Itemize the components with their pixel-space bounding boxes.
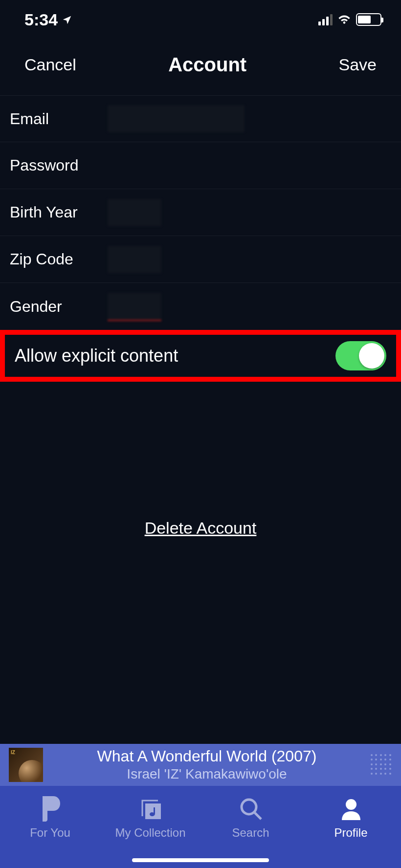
birth-year-row[interactable]: Birth Year (0, 189, 401, 236)
tab-bar: For You My Collection Search Profil (0, 786, 401, 868)
cellular-signal-icon (318, 14, 333, 25)
page-title: Account (168, 54, 246, 76)
track-info: What A Wonderful World (2007) Israel 'IZ… (53, 747, 361, 783)
location-icon (62, 10, 72, 29)
search-icon (239, 796, 263, 822)
tab-label: Profile (334, 826, 367, 840)
status-bar: 5:34 (0, 0, 401, 34)
email-label: Email (10, 110, 108, 128)
profile-icon (339, 796, 363, 822)
tab-profile[interactable]: Profile (301, 796, 401, 840)
battery-icon (356, 13, 381, 26)
tab-label: Search (232, 826, 269, 840)
tab-search[interactable]: Search (200, 796, 301, 840)
gender-label: Gender (10, 298, 108, 316)
status-time: 5:34 (24, 10, 58, 29)
explicit-content-label: Allow explicit content (15, 346, 178, 366)
wifi-icon (337, 13, 351, 26)
settings-list: Email Password Birth Year Zip Code Gende… (0, 95, 401, 382)
track-title: What A Wonderful World (2007) (53, 747, 361, 765)
svg-point-1 (242, 800, 256, 814)
svg-rect-0 (145, 803, 161, 819)
tab-label: My Collection (115, 826, 185, 840)
track-artist: Israel 'IZ' Kamakawiwo'ole (53, 765, 361, 783)
delete-account-wrap: Delete Account (0, 519, 401, 538)
status-left: 5:34 (24, 10, 72, 29)
tab-label: For You (30, 826, 70, 840)
cancel-button[interactable]: Cancel (24, 55, 76, 74)
tab-for-you[interactable]: For You (0, 796, 100, 840)
redacted-block (108, 293, 161, 320)
toggle-knob (359, 343, 384, 369)
status-right (318, 13, 381, 26)
svg-point-3 (346, 799, 356, 810)
redacted-block (108, 105, 245, 132)
redacted-block (108, 246, 161, 273)
redacted-block (108, 199, 161, 226)
pandora-icon (40, 796, 61, 822)
email-row[interactable]: Email (0, 95, 401, 142)
explicit-content-row-highlighted[interactable]: Allow explicit content (0, 330, 401, 382)
zip-code-label: Zip Code (10, 250, 108, 268)
album-art (9, 748, 43, 782)
password-label: Password (10, 156, 108, 174)
more-icon[interactable] (371, 754, 392, 776)
birth-year-label: Birth Year (10, 203, 108, 221)
email-value (108, 105, 391, 132)
delete-account-link[interactable]: Delete Account (145, 519, 257, 537)
gender-row[interactable]: Gender (0, 283, 401, 330)
svg-line-2 (255, 813, 261, 819)
nav-header: Cancel Account Save (0, 34, 401, 95)
now-playing-bar[interactable]: What A Wonderful World (2007) Israel 'IZ… (0, 744, 401, 786)
zip-code-value (108, 246, 391, 273)
explicit-content-toggle[interactable] (335, 341, 386, 370)
zip-code-row[interactable]: Zip Code (0, 236, 401, 283)
save-button[interactable]: Save (339, 55, 377, 74)
home-indicator[interactable] (132, 858, 269, 862)
password-row[interactable]: Password (0, 142, 401, 189)
gender-value (108, 293, 391, 320)
collection-icon (138, 796, 163, 822)
birth-year-value (108, 199, 391, 226)
tab-my-collection[interactable]: My Collection (100, 796, 200, 840)
